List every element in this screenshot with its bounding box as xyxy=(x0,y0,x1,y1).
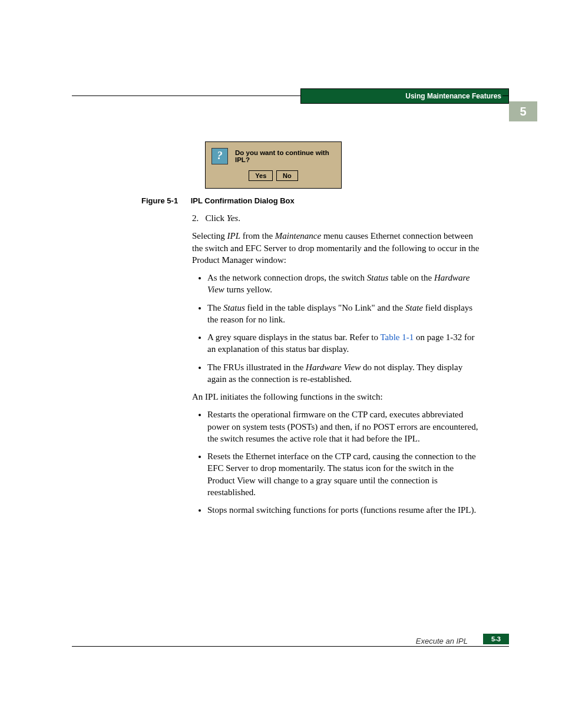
section-title-bar: Using Maintenance Features xyxy=(300,88,509,104)
figure-label: Figure 5-1 xyxy=(141,196,178,205)
footer-page-number: 5-3 xyxy=(483,634,509,644)
list-item: The FRUs illustrated in the Hardware Vie… xyxy=(207,361,482,386)
question-icon: ? xyxy=(211,148,228,164)
step-pre: Click xyxy=(206,213,227,223)
dialog-question-text: Do you want to continue with IPL? xyxy=(235,149,334,163)
footer-rule xyxy=(72,646,509,647)
no-button[interactable]: No xyxy=(276,170,298,181)
list-item: As the network connection drops, the swi… xyxy=(207,272,482,296)
body-column: 2. Click Yes. Selecting IPL from the Mai… xyxy=(192,212,482,522)
step-number: 2. xyxy=(192,213,199,223)
yes-button[interactable]: Yes xyxy=(249,170,273,181)
list-item: A grey square displays in the status bar… xyxy=(207,331,482,355)
chapter-number-tab: 5 xyxy=(509,101,537,121)
paragraph-2: An IPL initiates the following functions… xyxy=(192,391,482,403)
step-italic: Yes xyxy=(227,213,238,223)
list-item: The Status field in the table displays "… xyxy=(207,302,482,326)
step-post: . xyxy=(238,213,240,223)
ipl-dialog-figure: ? Do you want to continue with IPL? Yes … xyxy=(205,141,342,189)
section-title-text: Using Maintenance Features xyxy=(405,92,501,100)
paragraph-1: Selecting IPL from the Maintenance menu … xyxy=(192,230,482,266)
chapter-number: 5 xyxy=(520,105,526,118)
dialog-button-row: Yes No xyxy=(206,170,341,181)
footer: Execute an IPL 5-3 xyxy=(72,646,509,647)
bullet-list-1: As the network connection drops, the swi… xyxy=(192,272,482,385)
step-line: 2. Click Yes. xyxy=(192,212,482,224)
list-item: Resets the Ethernet interface on the CTP… xyxy=(207,450,482,498)
list-item: Restarts the operational firmware on the… xyxy=(207,409,482,444)
header-rule-right xyxy=(503,95,508,96)
figure-caption: Figure 5-1 IPL Confirmation Dialog Box xyxy=(141,196,495,205)
footer-section-name: Execute an IPL xyxy=(416,637,468,645)
dialog-message-row: ? Do you want to continue with IPL? xyxy=(206,142,341,170)
header-rule-left xyxy=(72,95,300,96)
table-1-1-link[interactable]: Table 1-1 xyxy=(380,332,414,342)
list-item: Stops normal switching functions for por… xyxy=(207,504,482,516)
figure-title: IPL Confirmation Dialog Box xyxy=(191,196,295,205)
bullet-list-2: Restarts the operational firmware on the… xyxy=(192,409,482,516)
